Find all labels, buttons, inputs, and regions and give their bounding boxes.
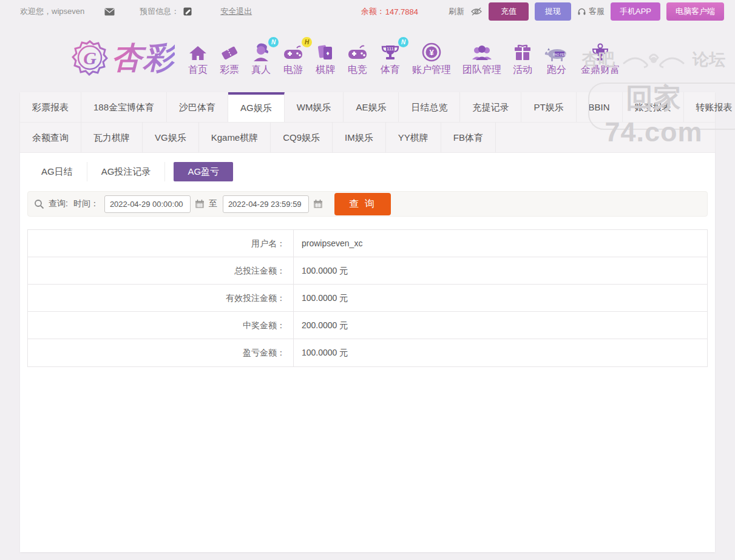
tab-deposit-withdraw-record[interactable]: 充提记录: [460, 92, 521, 122]
end-time-input[interactable]: [223, 195, 309, 213]
valid-bet-value: 100.0000 元: [294, 285, 348, 311]
tab-balance-query[interactable]: 余额查询: [20, 123, 81, 152]
tab-wm-casino[interactable]: WM娱乐: [285, 92, 344, 122]
award-cup-icon: [590, 39, 611, 62]
balance-label: 余额：: [361, 6, 385, 17]
site-logo[interactable]: G 杏彩: [72, 38, 175, 78]
subtab-ag-daily[interactable]: AG日结: [27, 162, 87, 181]
row-label: 有效投注金额：: [28, 285, 294, 311]
query-bar: 查询: 时间： 至 查 询: [27, 191, 708, 217]
nav-item-paofen[interactable]: PAO FEN 跑分: [544, 39, 569, 76]
tab-fb-sport[interactable]: FB体育: [441, 123, 496, 152]
edit-message-icon[interactable]: [183, 7, 192, 16]
nav-label: 真人: [251, 64, 271, 76]
nav-item-egame[interactable]: H 电游: [282, 39, 304, 76]
svg-text:♦: ♦: [326, 50, 329, 56]
tab-cq9-casino[interactable]: CQ9娱乐: [271, 123, 333, 152]
top-bar: 欢迎您，wipseven 预留信息： 安全退出 余额：147.7884 刷新 充…: [0, 0, 735, 23]
customer-service[interactable]: 客服: [577, 6, 605, 17]
nav-item-activity[interactable]: 活动: [513, 39, 532, 76]
svg-text:PAO FEN: PAO FEN: [553, 52, 566, 56]
tab-ag-casino[interactable]: AG娱乐: [228, 92, 285, 122]
nav-label: 活动: [513, 64, 532, 76]
table-row: 盈亏金额： 100.0000 元: [28, 339, 707, 366]
watermark-right-text: 论坛: [693, 49, 725, 70]
ag-subtabs: AG日结 AG投注记录 AG盈亏: [27, 162, 708, 181]
tab-ae-casino[interactable]: AE娱乐: [344, 92, 399, 122]
nav-item-wealth[interactable]: 金鼎财富: [581, 39, 620, 76]
report-tabs-row2: 余额查询 瓦力棋牌 VG娱乐 Kgame棋牌 CQ9娱乐 IM娱乐 YY棋牌 F…: [20, 123, 715, 153]
nav-item-home[interactable]: 首页: [188, 39, 208, 76]
tab-bbin[interactable]: BBIN: [577, 92, 623, 122]
headset-icon: [577, 7, 586, 16]
tab-im-casino[interactable]: IM娱乐: [333, 123, 386, 152]
query-button[interactable]: 查 询: [334, 193, 391, 215]
nav-label: 首页: [188, 64, 208, 76]
tab-daily-summary[interactable]: 日结总览: [399, 92, 460, 122]
tab-vg-casino[interactable]: VG娱乐: [143, 123, 199, 152]
nav-item-esports[interactable]: 电竞: [347, 39, 368, 76]
withdraw-button[interactable]: 提现: [535, 2, 571, 21]
end-calendar-icon[interactable]: [313, 199, 323, 209]
search-icon: [34, 199, 44, 209]
main-nav: G 杏彩 首页 彩票 N 真人 H: [0, 23, 735, 92]
hot-badge: H: [302, 37, 312, 47]
logout-link[interactable]: 安全退出: [220, 6, 252, 17]
nav-label: 电竞: [348, 64, 367, 76]
svg-text:¥: ¥: [429, 48, 434, 57]
recharge-button[interactable]: 充值: [489, 2, 529, 21]
row-label: 总投注金额：: [28, 257, 294, 284]
nav-items: 首页 彩票 N 真人 H 电游 ♦ 棋牌: [188, 39, 620, 76]
nav-item-account[interactable]: ¥ 账户管理: [412, 39, 451, 76]
nav-item-sports[interactable]: 111 N 体育: [380, 39, 401, 76]
tab-transfer-report[interactable]: 转账报表: [684, 92, 735, 122]
yuan-coin-icon: ¥: [421, 39, 442, 62]
tab-saba-sport[interactable]: 沙巴体育: [167, 92, 228, 122]
message-label: 预留信息：: [140, 6, 179, 17]
start-calendar-icon[interactable]: [195, 199, 205, 209]
ticket-icon: [219, 39, 240, 62]
envelope-icon[interactable]: [104, 8, 115, 16]
nav-label: 跑分: [547, 64, 566, 76]
tab-kgame-boardcards[interactable]: Kgame棋牌: [199, 123, 271, 152]
pc-client-button[interactable]: 电脑客户端: [666, 2, 724, 21]
mobile-app-button[interactable]: 手机APP: [611, 2, 660, 21]
esports-gamepad-icon: [347, 39, 368, 62]
live-person-icon: N: [251, 39, 271, 62]
tab-yy-boardcards[interactable]: YY棋牌: [386, 123, 441, 152]
start-time-input[interactable]: [104, 195, 191, 213]
tab-lottery-report[interactable]: 彩票报表: [20, 92, 81, 122]
welcome-text: 欢迎您，wipseven: [20, 6, 84, 17]
cards-icon: ♦: [316, 39, 334, 62]
nav-item-lottery[interactable]: 彩票: [219, 39, 240, 76]
balance-value: 147.7884: [385, 7, 418, 16]
tab-pt-casino[interactable]: PT娱乐: [521, 92, 576, 122]
table-row: 有效投注金额： 100.0000 元: [28, 285, 707, 312]
tab-188-sport[interactable]: 188金宝博体育: [81, 92, 167, 122]
report-tabs-row1: 彩票报表 188金宝博体育 沙巴体育 AG娱乐 WM娱乐 AE娱乐 日结总览 充…: [20, 92, 715, 123]
win-amount-value: 200.0000 元: [294, 312, 348, 339]
nav-label: 金鼎财富: [581, 64, 620, 76]
refresh-link[interactable]: 刷新: [449, 6, 464, 17]
content-panel: 彩票报表 188金宝博体育 沙巴体育 AG娱乐 WM娱乐 AE娱乐 日结总览 充…: [20, 92, 715, 552]
eye-off-icon[interactable]: [470, 7, 483, 16]
svg-text:G: G: [83, 48, 97, 68]
new-badge: N: [398, 37, 408, 47]
table-row: 用户名： prowipseven_xc: [28, 230, 707, 257]
tab-account-change-report[interactable]: 账变报表: [623, 92, 684, 122]
subtab-ag-profit-loss[interactable]: AG盈亏: [174, 162, 233, 181]
nav-label: 棋牌: [316, 64, 335, 76]
time-label: 时间：: [73, 198, 99, 209]
new-badge: N: [268, 37, 279, 47]
nav-item-live[interactable]: N 真人: [251, 39, 271, 76]
query-label: 查询:: [49, 198, 68, 209]
watermark-flourish-icon: [620, 49, 687, 70]
table-row: 中奖金额： 200.0000 元: [28, 312, 707, 339]
tab-wali-boardcards[interactable]: 瓦力棋牌: [81, 123, 143, 152]
gamepad-icon: H: [282, 39, 304, 62]
service-label: 客服: [589, 6, 605, 17]
nav-item-boardcards[interactable]: ♦ 棋牌: [316, 39, 335, 76]
home-icon: [188, 39, 208, 62]
nav-item-team[interactable]: 团队管理: [462, 39, 501, 76]
subtab-ag-bet-record[interactable]: AG投注记录: [87, 162, 166, 181]
